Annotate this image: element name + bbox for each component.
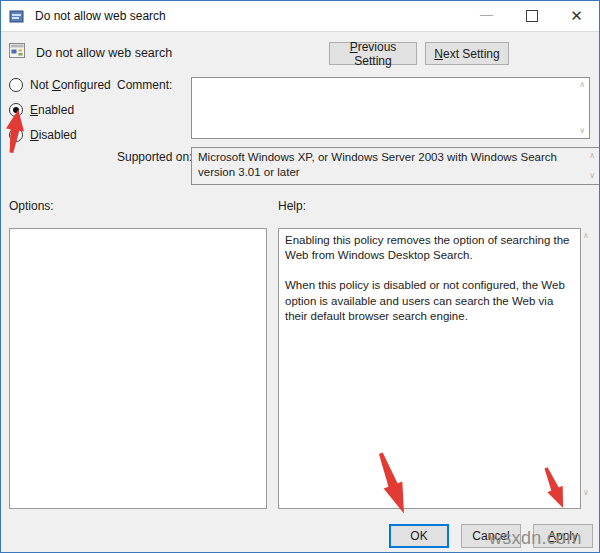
title-bar: Do not allow web search — ✕ — [1, 1, 599, 32]
radio-not-configured[interactable]: Not Configured — [9, 77, 111, 93]
close-button[interactable]: ✕ — [554, 1, 599, 31]
supported-on-label: Supported on: — [117, 150, 192, 164]
radio-not-configured-circle[interactable] — [9, 78, 23, 92]
radio-enabled-label: Enabled — [30, 103, 74, 117]
maximize-icon — [526, 10, 538, 22]
scroll-down-icon[interactable]: ∨ — [589, 172, 595, 180]
previous-setting-button[interactable]: Previous Setting — [329, 42, 417, 65]
close-icon: ✕ — [570, 7, 583, 25]
minimize-button[interactable]: — — [464, 1, 509, 31]
comment-input[interactable]: ∧ ∨ — [191, 77, 590, 139]
help-text-panel: Enabling this policy removes the option … — [278, 228, 581, 509]
next-setting-button[interactable]: Next Setting — [425, 42, 509, 65]
app-icon — [9, 8, 25, 24]
comment-label: Comment: — [117, 78, 172, 92]
policy-setting-dialog: Do not allow web search — ✕ Do not allow… — [0, 0, 600, 553]
options-label: Options: — [9, 199, 54, 213]
annotation-arrow-ok — [381, 451, 405, 519]
help-paragraph: When this policy is disabled or not conf… — [285, 278, 572, 324]
annotation-arrow-apply — [545, 466, 565, 512]
scroll-up-icon[interactable]: ∧ — [579, 81, 585, 89]
ok-button[interactable]: OK — [389, 524, 449, 548]
help-label: Help: — [278, 199, 306, 213]
scroll-up-icon[interactable]: ∧ — [589, 152, 595, 160]
annotation-arrow-enabled — [4, 107, 26, 153]
maximize-button[interactable] — [509, 1, 554, 31]
watermark-text: wsxdn.com — [489, 528, 582, 549]
policy-setting-icon — [9, 43, 25, 61]
scroll-up-icon[interactable]: ∧ — [583, 232, 589, 240]
scroll-down-icon[interactable]: ∨ — [579, 127, 585, 135]
help-paragraph: Enabling this policy removes the option … — [285, 233, 572, 263]
radio-disabled-label: Disabled — [30, 128, 77, 142]
supported-on-value: Microsoft Windows XP, or Windows Server … — [191, 147, 600, 185]
radio-not-configured-label: Not Configured — [30, 78, 111, 92]
window-title: Do not allow web search — [35, 9, 166, 23]
scroll-down-icon[interactable]: ∨ — [583, 489, 589, 497]
policy-name: Do not allow web search — [36, 46, 172, 60]
minimize-icon: — — [480, 7, 493, 22]
options-panel — [9, 228, 267, 509]
